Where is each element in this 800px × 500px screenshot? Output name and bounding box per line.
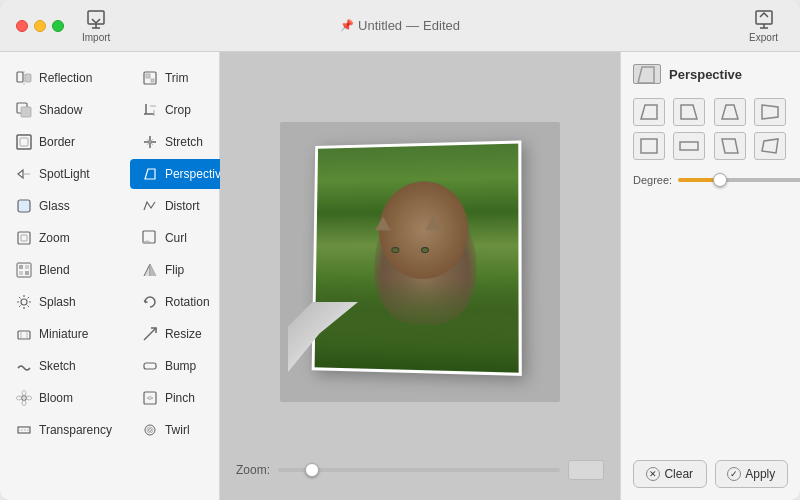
svg-rect-67 xyxy=(680,142,698,150)
svg-rect-6 xyxy=(17,72,23,82)
export-button[interactable]: Export xyxy=(743,4,784,47)
svg-point-51 xyxy=(22,391,26,396)
apply-label: Apply xyxy=(745,467,775,481)
persp-btn-square[interactable] xyxy=(633,132,665,160)
svg-line-44 xyxy=(19,306,21,308)
main-window: Import 📌 Untitled — Edited Export xyxy=(0,0,800,500)
rotation-icon xyxy=(140,292,160,312)
apply-button[interactable]: ✓ Apply xyxy=(715,460,789,488)
tool-glass[interactable]: Glass xyxy=(4,191,122,221)
degree-row: Degree: 10 xyxy=(633,174,788,186)
transparency-icon xyxy=(14,420,34,440)
tool-reflection[interactable]: Reflection xyxy=(4,63,122,93)
miniature-label: Miniature xyxy=(39,327,88,341)
perspective-label: Perspective xyxy=(165,167,228,181)
twirl-label: Twirl xyxy=(165,423,190,437)
svg-marker-65 xyxy=(762,105,778,119)
degree-label: Degree: xyxy=(633,174,672,186)
traffic-lights xyxy=(16,20,64,32)
svg-marker-63 xyxy=(681,105,697,119)
curl-label: Curl xyxy=(165,231,187,245)
svg-point-36 xyxy=(21,299,27,305)
degree-slider[interactable] xyxy=(678,178,800,182)
persp-btn-trapezoid[interactable] xyxy=(754,98,786,126)
svg-marker-62 xyxy=(641,105,657,119)
svg-rect-11 xyxy=(151,79,154,82)
svg-point-53 xyxy=(17,396,22,400)
bottom-buttons: ✕ Clear ✓ Apply xyxy=(633,460,788,488)
splash-icon xyxy=(14,292,34,312)
svg-rect-29 xyxy=(21,235,27,241)
clear-button[interactable]: ✕ Clear xyxy=(633,460,707,488)
zoom-label: Zoom: xyxy=(236,463,270,477)
import-label: Import xyxy=(82,32,110,43)
persp-btn-parallelogram[interactable] xyxy=(714,132,746,160)
panel-icon xyxy=(633,64,661,84)
blend-label: Blend xyxy=(39,263,70,277)
svg-marker-69 xyxy=(762,139,778,153)
maximize-button[interactable] xyxy=(52,20,64,32)
svg-rect-45 xyxy=(18,331,30,339)
svg-rect-35 xyxy=(25,271,29,275)
tool-shadow[interactable]: Shadow xyxy=(4,95,122,125)
resize-label: Resize xyxy=(165,327,202,341)
import-button[interactable]: Import xyxy=(76,4,116,47)
bloom-icon xyxy=(14,388,34,408)
tool-bloom[interactable]: Bloom xyxy=(4,383,122,413)
persp-btn-top-narrow[interactable] xyxy=(714,98,746,126)
main-content: Reflection Trim Shadow xyxy=(0,52,800,500)
panel-header: Perspective xyxy=(633,64,788,84)
tool-blend[interactable]: Blend xyxy=(4,255,122,285)
pinch-icon xyxy=(140,388,160,408)
svg-point-52 xyxy=(22,401,26,406)
persp-btn-right[interactable] xyxy=(673,98,705,126)
svg-marker-61 xyxy=(638,67,654,83)
svg-rect-33 xyxy=(25,265,29,269)
svg-rect-8 xyxy=(25,74,31,82)
trim-label: Trim xyxy=(165,71,189,85)
tool-splash[interactable]: Splash xyxy=(4,287,122,317)
flip-icon xyxy=(140,260,160,280)
svg-rect-49 xyxy=(144,363,156,369)
svg-marker-64 xyxy=(722,105,738,119)
tool-spotlight[interactable]: SpotLight xyxy=(4,159,122,189)
tool-transparency[interactable]: Transparency xyxy=(4,415,122,445)
zoom-slider[interactable] xyxy=(278,468,560,472)
perspective-options xyxy=(633,98,788,160)
window-subtitle: Edited xyxy=(423,18,460,33)
spotlight-icon xyxy=(14,164,34,184)
curl-icon xyxy=(140,228,160,248)
persp-btn-left[interactable] xyxy=(633,98,665,126)
persp-btn-skew[interactable] xyxy=(754,132,786,160)
zoom-label: Zoom xyxy=(39,231,70,245)
tool-sketch[interactable]: Sketch xyxy=(4,351,122,381)
tool-miniature[interactable]: Miniature xyxy=(4,319,122,349)
tool-border[interactable]: Border xyxy=(4,127,122,157)
apply-icon: ✓ xyxy=(727,467,741,481)
curl-effect xyxy=(288,302,358,372)
tool-grid: Reflection Trim Shadow xyxy=(0,62,219,446)
blend-icon xyxy=(14,260,34,280)
stretch-label: Stretch xyxy=(165,135,203,149)
canvas-area: Zoom: xyxy=(220,52,620,500)
title-separator: — xyxy=(406,18,419,33)
svg-point-60 xyxy=(148,429,151,432)
persp-btn-wide[interactable] xyxy=(673,132,705,160)
tool-zoom[interactable]: Zoom xyxy=(4,223,122,253)
stretch-icon xyxy=(140,132,160,152)
reflection-icon xyxy=(14,68,34,88)
bloom-label: Bloom xyxy=(39,391,73,405)
zoom-value-box xyxy=(568,460,604,480)
minimize-button[interactable] xyxy=(34,20,46,32)
miniature-icon xyxy=(14,324,34,344)
pin-icon: 📌 xyxy=(340,19,354,32)
splash-label: Splash xyxy=(39,295,76,309)
close-button[interactable] xyxy=(16,20,28,32)
clear-label: Clear xyxy=(664,467,693,481)
svg-marker-26 xyxy=(145,169,155,179)
glass-icon xyxy=(14,196,34,216)
perspective-icon xyxy=(140,164,160,184)
distort-label: Distort xyxy=(165,199,200,213)
svg-marker-68 xyxy=(722,139,738,153)
shadow-icon xyxy=(14,100,34,120)
